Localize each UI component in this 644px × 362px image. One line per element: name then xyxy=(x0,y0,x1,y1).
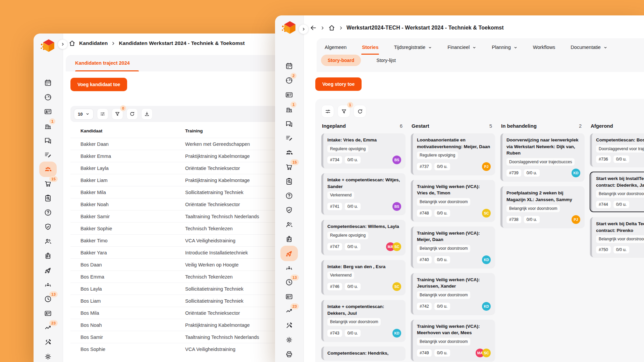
column-header-kandidaat[interactable]: Kandidaat xyxy=(80,128,185,133)
sidebar-item-team[interactable] xyxy=(39,281,57,289)
avatar[interactable]: BS xyxy=(392,156,401,164)
story-card[interactable]: Competentiescan: Bos,Doorslaggevend voor… xyxy=(590,133,644,167)
story-card[interactable]: Intake + competentiescan: Dekkers, JuulB… xyxy=(321,300,405,341)
story-card[interactable]: Training Veilig werken (VCA): Meerhoven … xyxy=(411,320,495,361)
refresh-button[interactable] xyxy=(126,108,138,120)
sidebar-item-team[interactable] xyxy=(280,264,298,272)
sidebar-expand-button[interactable] xyxy=(299,24,309,34)
story-card[interactable]: Start werk bij Delta Tech, 6-mnd contrac… xyxy=(590,217,644,257)
subtab-story-lijst[interactable]: Story-lijst xyxy=(370,55,402,66)
sidebar-item-shield[interactable] xyxy=(39,223,57,231)
avatar[interactable]: SC xyxy=(392,282,401,291)
sidebar-item-coach[interactable] xyxy=(280,221,298,229)
sidebar-item-contact-card[interactable] xyxy=(39,108,57,116)
download-button[interactable] xyxy=(141,108,153,120)
tab-algemeen[interactable]: Algemeen xyxy=(325,45,346,50)
avatar[interactable]: PJ xyxy=(482,162,491,171)
story-card[interactable]: Loonbaanorientatie en motivatieverkennin… xyxy=(411,133,495,175)
sidebar-expand-button[interactable] xyxy=(58,39,68,49)
sidebar-item-help[interactable] xyxy=(39,208,57,217)
sidebar-item-dashboard[interactable] xyxy=(39,93,57,101)
sidebar-item-activity[interactable]: 23 xyxy=(39,324,57,332)
sidebar-item-chat[interactable] xyxy=(39,136,57,144)
cell-training: Oriëntatie Technieksector xyxy=(185,310,240,316)
sidebar-item-cart[interactable]: 15 xyxy=(39,180,57,188)
sidebar-item-help[interactable] xyxy=(280,192,298,200)
sidebar-item-settings[interactable] xyxy=(39,353,57,361)
story-card[interactable]: Training Veilig werken (VCA): Vries de, … xyxy=(411,180,495,221)
sidebar-item-activity[interactable]: 23 xyxy=(280,307,298,315)
tab-financieel[interactable]: Financieel xyxy=(447,45,476,50)
sidebar-item-tools[interactable] xyxy=(280,321,298,329)
column-header-training[interactable]: Training xyxy=(185,128,203,133)
avatar[interactable]: PJ xyxy=(572,215,580,224)
sidebar-item-dashboard[interactable]: 2 xyxy=(280,76,298,84)
avatar[interactable]: KD xyxy=(482,302,491,311)
sidebar-item-projects[interactable] xyxy=(39,266,57,274)
sidebar-item-card-list[interactable] xyxy=(39,309,57,317)
sidebar-item-shield[interactable] xyxy=(280,206,298,214)
breadcrumb-section[interactable]: Kandidaten xyxy=(79,40,108,46)
sidebar-item-organization[interactable]: 1 xyxy=(39,122,57,130)
sidebar-item-contact-card[interactable] xyxy=(280,91,298,99)
story-card[interactable]: Doorverwijzing naar leerwerkplek via Wer… xyxy=(500,133,584,181)
sidebar-item-notes[interactable] xyxy=(280,134,298,142)
add-story-button[interactable]: Voeg story toe xyxy=(315,77,362,91)
chevron-down-icon xyxy=(472,46,476,50)
avatar[interactable]: SC xyxy=(482,349,491,357)
sidebar-item-calendar[interactable] xyxy=(280,62,298,70)
story-card[interactable]: Competentiescan: Willems, LaylaReguliere… xyxy=(321,220,405,254)
story-card[interactable]: Competentiescan: Hendriks, xyxy=(321,347,405,360)
sidebar-item-sync[interactable] xyxy=(280,350,298,358)
sidebar-item-chat[interactable] xyxy=(280,120,298,128)
tab-planning[interactable]: Planning xyxy=(492,45,517,50)
sidebar-item-notes[interactable] xyxy=(39,151,57,159)
sidebar-item-coach[interactable] xyxy=(39,237,57,245)
board-refresh-button[interactable] xyxy=(354,105,366,118)
tab-kandidaten-traject[interactable]: Kandidaten traject 2024 xyxy=(75,60,130,66)
sidebar-item-clipboard-search[interactable] xyxy=(280,177,298,185)
board-filter-button[interactable]: 1 xyxy=(337,105,350,118)
avatar[interactable]: KD xyxy=(392,329,401,338)
sidebar-item-calendar[interactable] xyxy=(39,79,57,87)
page-size-select[interactable]: 10 xyxy=(74,109,94,120)
home-icon[interactable] xyxy=(328,24,335,32)
sidebar-item-organization[interactable]: 1 xyxy=(280,105,298,113)
back-arrow-icon[interactable] xyxy=(310,24,317,32)
story-id: #743 xyxy=(327,329,342,337)
sidebar-item-cart[interactable]: 15 xyxy=(280,163,298,171)
avatar[interactable]: SC xyxy=(392,242,401,251)
sidebar-item-time[interactable]: 13 xyxy=(280,278,298,286)
home-icon[interactable] xyxy=(68,40,76,47)
story-card[interactable]: Intake + competentiescan: Witjes, Sander… xyxy=(321,173,405,215)
tab-documentatie[interactable]: Documentatie xyxy=(571,45,607,50)
story-card[interactable]: Intake: Vries de, EmmaReguliere opvolgin… xyxy=(321,133,405,168)
sidebar-item-card-list[interactable] xyxy=(280,293,298,301)
story-card[interactable]: Training Veilig werken (VCA): Meijer, Da… xyxy=(411,227,495,268)
board-settings-button[interactable] xyxy=(321,105,334,118)
tab-tijdsregistratie[interactable]: Tijdsregistratie xyxy=(394,45,432,50)
avatar[interactable]: BS xyxy=(392,202,401,211)
sidebar-item-candidates[interactable] xyxy=(280,148,298,157)
sidebar-item-candidates[interactable] xyxy=(39,162,57,177)
sidebar-item-settings[interactable] xyxy=(280,336,298,344)
sidebar-item-projects[interactable] xyxy=(280,246,298,261)
avatar[interactable]: KD xyxy=(482,255,491,264)
add-candidate-button[interactable]: Voeg kandidaat toe xyxy=(70,78,127,91)
sidebar-item-time[interactable]: 13 xyxy=(39,295,57,303)
tab-stories[interactable]: Stories xyxy=(362,45,378,50)
sidebar-item-clipboard-search[interactable] xyxy=(39,194,57,202)
filter-button[interactable]: 0 xyxy=(112,108,123,120)
tab-workflows[interactable]: Workflows xyxy=(533,45,555,50)
avatar[interactable]: KD xyxy=(572,169,580,177)
sidebar-item-id-badge[interactable] xyxy=(39,252,57,260)
column-settings-button[interactable] xyxy=(97,108,108,120)
sidebar-item-id-badge[interactable] xyxy=(280,235,298,243)
story-card[interactable]: Training Veilig werken (VCA): Jeurissen,… xyxy=(411,273,495,314)
story-card[interactable]: Proefplaatsing 2 weken bij Magazijn XL: … xyxy=(500,186,584,228)
story-card[interactable]: Start werk bij InstallTech, 6-mnd contra… xyxy=(590,172,644,212)
sidebar-item-tools[interactable] xyxy=(39,338,57,346)
story-card[interactable]: Intake: Berg van den , EsraVerkennend#74… xyxy=(321,260,405,295)
subtab-story-board[interactable]: Story-board xyxy=(321,55,361,66)
avatar[interactable]: SC xyxy=(482,209,491,218)
